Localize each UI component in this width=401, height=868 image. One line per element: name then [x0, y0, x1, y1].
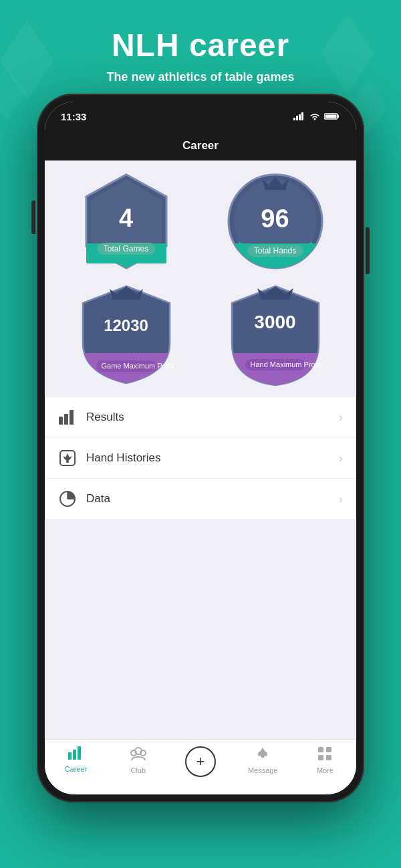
svg-rect-36 [318, 747, 323, 752]
svg-rect-11 [325, 115, 337, 118]
more-tab-icon [317, 746, 332, 764]
svg-rect-32 [78, 746, 81, 760]
wifi-icon [309, 112, 320, 120]
menu-list: Results › [45, 397, 356, 519]
total-games-badge: 4 Total Games [55, 171, 196, 272]
tab-career[interactable]: Career [45, 746, 107, 773]
phone-screen: 11:33 [45, 102, 356, 794]
shield-badge: 3000 Hand Maximum Profit [222, 280, 329, 387]
status-time: 11:33 [61, 111, 86, 122]
notch [157, 102, 244, 120]
nav-bar: Career [45, 131, 356, 160]
svg-rect-31 [73, 750, 76, 760]
svg-rect-6 [299, 114, 301, 120]
game-profit-badge: 12030 Game Maximum Profit [55, 280, 196, 387]
hand-histories-label: Hand Histories [86, 451, 161, 465]
hand-histories-chevron: › [339, 451, 343, 465]
svg-rect-37 [326, 747, 331, 752]
svg-rect-26 [66, 461, 69, 463]
svg-rect-38 [318, 755, 323, 760]
more-tab-label: More [317, 766, 333, 774]
tab-bar: Career Club + [45, 739, 356, 794]
hexagon-badge: 4 Total Games [76, 171, 176, 272]
app-subtitle: The new athletics of table games [0, 70, 401, 84]
total-hands-badge: 96 Total Hands [205, 171, 346, 272]
total-hands-label: Total Hands [247, 245, 303, 257]
stats-grid: 4 Total Games [45, 160, 356, 397]
hand-profit-value: 3000 [254, 312, 295, 333]
svg-rect-7 [301, 112, 303, 120]
results-icon [58, 408, 77, 427]
svg-rect-10 [338, 115, 339, 118]
hand-histories-icon [58, 449, 77, 467]
circle-badge: 96 Total Hands [225, 171, 325, 272]
tab-add[interactable]: + [169, 746, 231, 778]
data-icon [58, 490, 77, 508]
hand-profit-label: Hand Maximum Profit [245, 359, 305, 370]
data-label: Data [86, 492, 110, 506]
battery-icon [324, 112, 340, 120]
hand-profit-badge: 3000 Hand Maximum Profit [205, 280, 346, 387]
nav-title: Career [182, 139, 219, 152]
game-profit-label: Game Maximum Profit [96, 360, 156, 372]
club-tab-icon [130, 746, 146, 764]
tab-message[interactable]: Message [232, 746, 294, 774]
header: NLH career The new athletics of table ga… [0, 0, 401, 84]
total-games-label: Total Games [97, 243, 155, 255]
svg-rect-23 [64, 414, 68, 425]
phone-frame: 11:33 [37, 94, 364, 802]
tab-club[interactable]: Club [107, 746, 169, 774]
screen-body: 4 Total Games [45, 160, 356, 739]
svg-rect-5 [296, 116, 298, 120]
svg-rect-39 [326, 755, 331, 760]
message-tab-label: Message [248, 766, 278, 774]
message-tab-icon [255, 746, 270, 764]
svg-rect-30 [68, 752, 72, 760]
results-chevron: › [339, 411, 343, 425]
data-chevron: › [339, 492, 343, 506]
total-hands-value: 96 [261, 205, 289, 233]
total-games-value: 4 [119, 204, 133, 233]
shield-wide-badge: 12030 Game Maximum Profit [73, 280, 180, 387]
status-icons [293, 112, 340, 120]
club-tab-label: Club [130, 766, 146, 774]
signal-icon [293, 112, 305, 120]
status-bar: 11:33 [45, 102, 356, 131]
results-label: Results [86, 411, 124, 424]
tab-more[interactable]: More [294, 746, 356, 774]
svg-rect-24 [70, 410, 74, 425]
game-profit-value: 12030 [104, 316, 148, 335]
hand-histories-menu-item[interactable]: Hand Histories › [45, 438, 356, 479]
svg-point-8 [314, 118, 316, 120]
add-icon: + [196, 754, 205, 769]
career-tab-icon [68, 746, 84, 762]
data-menu-item[interactable]: Data › [45, 479, 356, 519]
svg-rect-22 [59, 417, 63, 425]
add-tab-button[interactable]: + [185, 746, 216, 777]
svg-rect-4 [293, 118, 295, 120]
results-menu-item[interactable]: Results › [45, 397, 356, 438]
app-title: NLH career [0, 27, 401, 64]
career-tab-label: Career [65, 765, 88, 773]
